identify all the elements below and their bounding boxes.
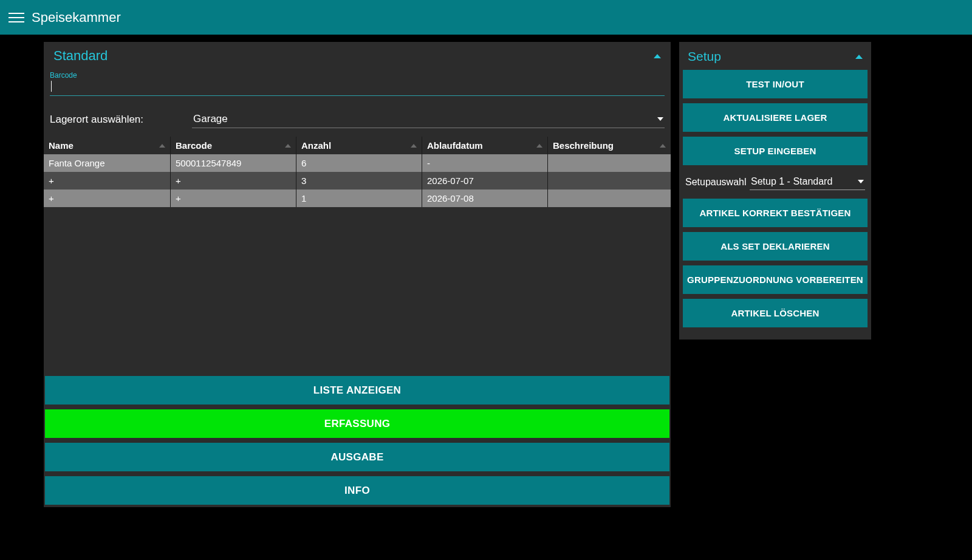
- artikel-loeschen-button[interactable]: ARTIKEL LÖSCHEN: [683, 299, 868, 327]
- setupauswahl-row: Setupauswahl Setup 1 - Standard: [679, 171, 871, 193]
- sort-icon: [159, 144, 165, 148]
- cell-anzahl: 1: [296, 190, 422, 207]
- content-area: Standard Barcode Lagerort auswählen: Gar…: [0, 35, 972, 560]
- chevron-down-icon: [858, 180, 864, 183]
- cell-barcode: 5000112547849: [171, 154, 296, 172]
- ausgabe-button[interactable]: AUSGABE: [45, 443, 669, 471]
- als-set-deklarieren-button[interactable]: ALS SET DEKLARIEREN: [683, 232, 868, 261]
- standard-panel: Standard Barcode Lagerort auswählen: Gar…: [44, 42, 671, 507]
- cell-name: +: [44, 190, 171, 207]
- artikel-bestaetigen-button[interactable]: ARTIKEL KORREKT BESTÄTIGEN: [683, 199, 868, 227]
- cell-name: Fanta Orange: [44, 154, 171, 172]
- cell-beschreibung: [548, 172, 671, 190]
- sort-icon: [285, 144, 291, 148]
- inventory-table: Name Barcode Anzahl Ablaufdatum Beschrei…: [44, 137, 671, 207]
- setupauswahl-label: Setupauswahl: [685, 177, 747, 188]
- standard-panel-header[interactable]: Standard: [44, 42, 671, 67]
- table-empty-area: [44, 207, 671, 374]
- aktualisiere-lager-button[interactable]: AKTUALISIERE LAGER: [683, 103, 868, 132]
- col-header-ablauf[interactable]: Ablaufdatum: [422, 137, 548, 154]
- cell-ablauf: -: [422, 154, 548, 172]
- test-in-out-button[interactable]: TEST IN/OUT: [683, 70, 868, 98]
- erfassung-button[interactable]: ERFASSUNG: [45, 409, 669, 438]
- cell-anzahl: 6: [296, 154, 422, 172]
- cell-ablauf: 2026-07-07: [422, 172, 548, 190]
- setup-panel-header[interactable]: Setup: [679, 42, 871, 67]
- cell-anzahl: 3: [296, 172, 422, 190]
- setupauswahl-select[interactable]: Setup 1 - Standard: [750, 174, 865, 190]
- app-header: Speisekammer: [0, 0, 972, 35]
- setup-eingeben-button[interactable]: SETUP EINGEBEN: [683, 137, 868, 165]
- text-cursor: [51, 81, 52, 92]
- liste-anzeigen-button[interactable]: LISTE ANZEIGEN: [45, 376, 669, 405]
- cell-beschreibung: [548, 190, 671, 207]
- info-button[interactable]: INFO: [45, 476, 669, 505]
- lagerort-select[interactable]: Garage: [192, 111, 665, 128]
- barcode-field-group: Barcode: [44, 71, 671, 96]
- col-header-name[interactable]: Name: [44, 137, 171, 154]
- chevron-up-icon: [654, 54, 661, 58]
- cell-barcode: +: [171, 172, 296, 190]
- barcode-input[interactable]: [50, 80, 665, 96]
- cell-beschreibung: [548, 154, 671, 172]
- lagerort-label: Lagerort auswählen:: [50, 114, 143, 126]
- cell-barcode: +: [171, 190, 296, 207]
- sort-icon: [536, 144, 542, 148]
- app-title: Speisekammer: [32, 10, 121, 26]
- chevron-up-icon: [855, 55, 863, 59]
- chevron-down-icon: [657, 117, 663, 121]
- cell-ablauf: 2026-07-08: [422, 190, 548, 207]
- menu-icon[interactable]: [9, 10, 24, 26]
- setupauswahl-value: Setup 1 - Standard: [751, 176, 832, 187]
- col-header-beschreibung[interactable]: Beschreibung: [548, 137, 671, 154]
- col-header-barcode[interactable]: Barcode: [171, 137, 296, 154]
- table-row[interactable]: + + 3 2026-07-07: [44, 172, 671, 190]
- setup-panel-title: Setup: [688, 49, 721, 64]
- col-header-anzahl[interactable]: Anzahl: [296, 137, 422, 154]
- cell-name: +: [44, 172, 171, 190]
- barcode-label: Barcode: [50, 71, 665, 80]
- sort-icon: [411, 144, 417, 148]
- gruppenzuordnung-button[interactable]: GRUPPENZUORDNUNG VORBEREITEN: [683, 265, 868, 294]
- lagerort-row: Lagerort auswählen: Garage: [44, 111, 671, 128]
- setup-panel: Setup TEST IN/OUT AKTUALISIERE LAGER SET…: [679, 42, 871, 340]
- table-row[interactable]: Fanta Orange 5000112547849 6 -: [44, 154, 671, 172]
- table-header-row: Name Barcode Anzahl Ablaufdatum Beschrei…: [44, 137, 671, 154]
- table-row[interactable]: + + 1 2026-07-08: [44, 190, 671, 207]
- lagerort-value: Garage: [193, 113, 228, 125]
- standard-panel-title: Standard: [53, 48, 108, 64]
- sort-icon: [660, 144, 666, 148]
